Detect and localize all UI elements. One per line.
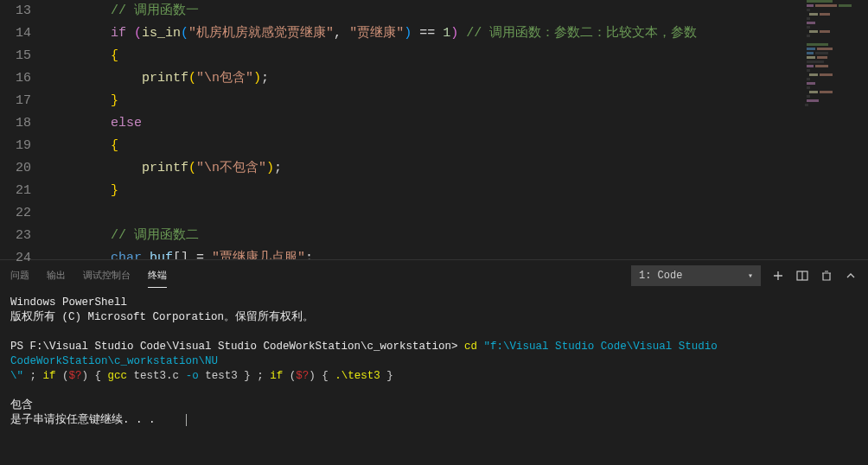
code-editor[interactable]: 131415161718192021222324 // 调用函数一 if (is… xyxy=(0,0,868,259)
code-line[interactable] xyxy=(48,202,868,225)
panel: 问题 输出 调试控制台 终端 1: Code ▾ Windows PowerSh… xyxy=(0,259,868,465)
terminal-cursor xyxy=(186,414,187,426)
terminal-cmd: cd xyxy=(464,341,477,353)
terminal-prompt: PS F:\Visual Studio Code\Visual Studio C… xyxy=(10,341,464,353)
line-number-gutter: 131415161718192021222324 xyxy=(0,0,48,259)
terminal-var: $? xyxy=(296,370,309,382)
terminal-text: test3 } ; xyxy=(199,370,271,382)
terminal-if: if xyxy=(43,370,56,382)
terminal-text: } xyxy=(380,370,393,382)
tab-output[interactable]: 输出 xyxy=(47,264,66,287)
terminal-line: 版权所有 (C) Microsoft Corporation。保留所有权利。 xyxy=(10,311,314,323)
terminal-text: ) { xyxy=(82,370,108,382)
terminal-output-line: 是子串请按任意键继续. . . xyxy=(10,414,156,426)
tab-debug-console[interactable]: 调试控制台 xyxy=(83,264,131,287)
tab-terminal[interactable]: 终端 xyxy=(148,264,167,288)
panel-tab-bar: 问题 输出 调试控制台 终端 1: Code ▾ xyxy=(0,260,868,290)
terminal-text: ( xyxy=(283,370,296,382)
code-line[interactable]: } xyxy=(48,180,868,202)
editor-scrollbar[interactable] xyxy=(856,0,868,259)
terminal-output-line: 包含 xyxy=(10,399,33,411)
code-line[interactable]: if (is_in("机房机房就感觉贾继康", "贾继康") == 1) // … xyxy=(48,22,868,45)
terminal-var: $? xyxy=(69,370,82,382)
code-line[interactable]: printf("\n不包含"); xyxy=(48,157,868,180)
terminal-text: ( xyxy=(56,370,69,382)
terminal-cont: \" xyxy=(10,370,23,382)
terminal-selector-dropdown[interactable]: 1: Code ▾ xyxy=(631,265,761,286)
terminal-flag: -o xyxy=(186,370,199,382)
chevron-down-icon: ▾ xyxy=(748,271,753,281)
terminal-if: if xyxy=(270,370,283,382)
maximize-panel-button[interactable] xyxy=(844,269,858,283)
code-line[interactable]: // 调用函数二 xyxy=(48,225,868,247)
kill-terminal-button[interactable] xyxy=(820,269,833,283)
new-terminal-button[interactable] xyxy=(771,269,785,283)
terminal-line: Windows PowerShell xyxy=(10,296,127,309)
terminal-output[interactable]: Windows PowerShell 版权所有 (C) Microsoft Co… xyxy=(0,290,868,465)
code-line[interactable]: { xyxy=(48,135,868,157)
terminal-gcc: gcc xyxy=(108,370,128,382)
code-line[interactable]: { xyxy=(48,45,868,67)
terminal-selector-value: 1: Code xyxy=(639,270,682,282)
code-line[interactable]: printf("\n包含"); xyxy=(48,67,868,90)
minimap[interactable] xyxy=(802,0,854,259)
code-line[interactable]: char buf[] = "贾继康几点服"; xyxy=(48,247,868,259)
terminal-sep: ; xyxy=(23,370,43,382)
code-line[interactable]: else xyxy=(48,112,868,135)
split-terminal-button[interactable] xyxy=(795,269,809,283)
code-line[interactable]: // 调用函数一 xyxy=(48,0,868,22)
terminal-run: .\test3 xyxy=(335,370,380,382)
terminal-text: ) { xyxy=(309,370,335,382)
code-content[interactable]: // 调用函数一 if (is_in("机房机房就感觉贾继康", "贾继康") … xyxy=(48,0,868,259)
code-line[interactable]: } xyxy=(48,90,868,112)
terminal-text: test3.c xyxy=(127,370,186,382)
